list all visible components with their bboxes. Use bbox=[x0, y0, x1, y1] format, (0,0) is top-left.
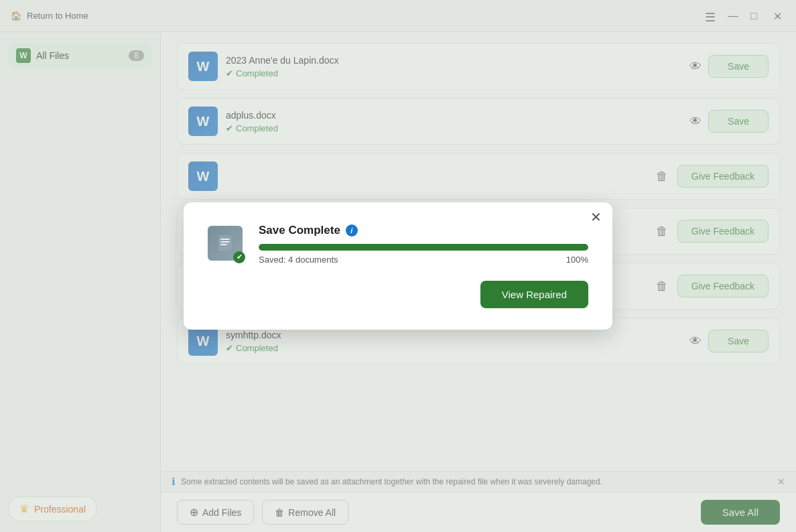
dialog-header: ✔ Save Complete i Saved: 4 documents 100… bbox=[208, 224, 588, 265]
saved-count: Saved: 4 documents bbox=[259, 255, 338, 265]
dialog-close-button[interactable]: ✕ bbox=[590, 210, 602, 224]
dialog-file-check: ✔ bbox=[233, 251, 245, 263]
progress-bar-bg bbox=[259, 244, 588, 251]
progress-label: 100% bbox=[566, 255, 588, 265]
save-complete-dialog: ✕ ✔ Save Complete i bbox=[184, 202, 612, 330]
svg-rect-3 bbox=[220, 244, 227, 245]
dialog-title-section: Save Complete i Saved: 4 documents 100% bbox=[259, 224, 588, 265]
view-repaired-button[interactable]: View Repaired bbox=[480, 281, 588, 308]
svg-rect-0 bbox=[218, 235, 232, 251]
dialog-actions: View Repaired bbox=[208, 281, 588, 308]
svg-rect-1 bbox=[220, 239, 230, 240]
dialog-title-text: Save Complete bbox=[259, 224, 340, 237]
dialog-info-icon[interactable]: i bbox=[346, 224, 358, 237]
modal-overlay: ✕ ✔ Save Complete i bbox=[0, 0, 796, 532]
progress-bar-fill bbox=[259, 244, 588, 251]
progress-info: Saved: 4 documents 100% bbox=[259, 255, 588, 265]
svg-rect-2 bbox=[220, 241, 230, 243]
dialog-title: Save Complete i bbox=[259, 224, 588, 237]
dialog-file-icon: ✔ bbox=[208, 226, 245, 263]
